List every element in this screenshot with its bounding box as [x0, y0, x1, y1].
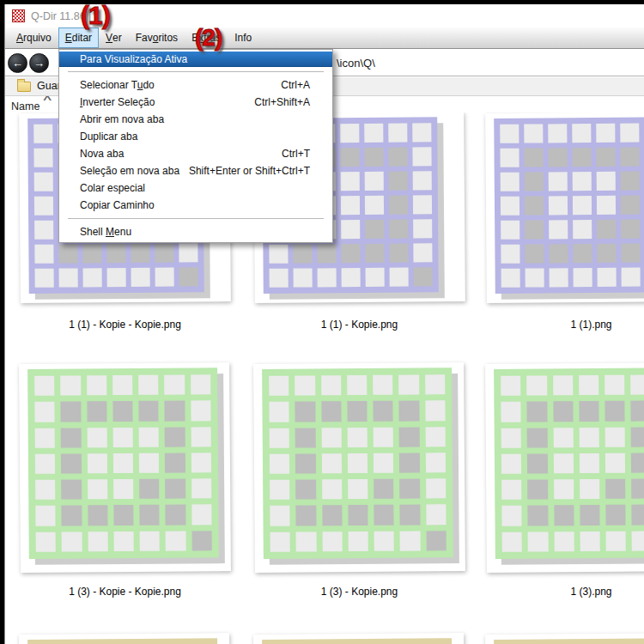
grid-cell [605, 375, 624, 395]
sort-ascending-icon[interactable]: ^ [43, 94, 52, 105]
grid-cell [528, 532, 548, 551]
grid-cell [138, 375, 158, 395]
menu-separator [68, 71, 324, 72]
grid-cell [527, 453, 547, 473]
file-thumbnail[interactable] [485, 633, 644, 644]
grid-cell [374, 531, 394, 550]
menu-item-colar-especial[interactable]: Colar especial [59, 179, 332, 197]
folder-icon [17, 82, 31, 92]
menu-item-label: Copiar Caminho [80, 199, 155, 211]
grid-cell [621, 220, 640, 239]
grid-cell [341, 196, 360, 215]
grid-cell [270, 269, 289, 288]
grid-cell [573, 172, 592, 191]
grid-cell [112, 427, 132, 447]
address-bar[interactable]: \icon\Q\ [337, 50, 375, 76]
grid-cell [191, 453, 211, 472]
menu-item-shell-menu[interactable]: Shell Menu [59, 223, 332, 240]
q-icon-image [494, 117, 644, 294]
file-label[interactable]: 1 (3).png [486, 586, 644, 598]
file-label[interactable]: 1 (3) - Kopie - Kopie.png [20, 586, 230, 598]
grid-cell [524, 124, 543, 143]
forward-button[interactable]: → [29, 53, 49, 73]
menu-item-inverter-sele-o[interactable]: Inverter SeleçãoCtrl+Shift+A [59, 94, 332, 111]
grid-cell [374, 401, 393, 421]
grid-cell [191, 400, 210, 420]
menu-item-selecionar-tudo[interactable]: Selecionar TudoCtrl+A [59, 76, 332, 94]
grid-cell [413, 243, 432, 262]
grid-cell [113, 532, 133, 551]
file-thumbnail[interactable] [253, 362, 465, 573]
menubar-item-arquivo[interactable]: Arquivo [9, 27, 58, 48]
grid-cell [525, 196, 544, 215]
grid-cell [61, 480, 81, 500]
edit-dropdown-menu: Para Visualização AtivaSelecionar TudoCt… [58, 49, 333, 243]
grid-cell [179, 267, 198, 286]
grid-cell [113, 479, 133, 499]
grid-cell [35, 428, 55, 447]
grid-cell [524, 148, 543, 167]
menu-item-label: Para Visualização Ativa [80, 53, 187, 65]
menubar-item-ver[interactable]: Ver [99, 27, 129, 48]
menu-item-nova-aba[interactable]: Nova abaCtrl+T [59, 145, 332, 162]
file-label[interactable]: 1 (1) - Kopie - Kopie.png [20, 319, 230, 331]
file-thumbnail[interactable] [19, 362, 231, 573]
grid-cell [501, 245, 519, 264]
folder-tab[interactable]: Guar [37, 80, 61, 92]
menu-item-abrir-em-nova-aba[interactable]: Abrir em nova aba [59, 111, 332, 128]
grid-cell [139, 427, 159, 447]
name-column-header[interactable]: Name [11, 100, 39, 112]
grid-cell [527, 480, 547, 500]
file-label[interactable]: 1 (3) - Kopie.png [254, 586, 465, 598]
grid-cell [605, 427, 625, 447]
menu-item-copiar-caminho[interactable]: Copiar Caminho [59, 197, 332, 214]
back-button[interactable]: ← [8, 53, 27, 73]
grid-cell [501, 402, 520, 422]
grid-cell [553, 375, 573, 395]
file-label[interactable]: 1 (1) - Kopie.png [254, 319, 465, 331]
file-thumbnail[interactable] [19, 633, 231, 644]
menubar-item-editar[interactable]: Editar [58, 27, 99, 48]
file-thumbnail[interactable] [485, 362, 644, 573]
grid-cell [295, 402, 315, 422]
grid-cell [269, 376, 289, 396]
grid-cell [35, 480, 55, 500]
menu-item-shortcut: Shift+Enter or Shift+Ctrl+T [189, 165, 310, 177]
grid-cell [62, 532, 82, 551]
grid-cell [400, 505, 420, 525]
menu-item-sele-o-em-nova-aba[interactable]: Seleção em nova abaShift+Enter or Shift+… [59, 162, 332, 179]
grid-cell [321, 401, 341, 421]
grid-cell [580, 453, 599, 473]
grid-cell [191, 531, 211, 550]
annotation-step-2: (2) [195, 24, 222, 52]
grid-cell [33, 125, 52, 143]
grid-cell [553, 453, 573, 473]
menu-item-para-visualiza-o-ativa[interactable]: Para Visualização Ativa [59, 52, 332, 67]
grid-cell [527, 402, 547, 422]
grid-cell [501, 376, 520, 396]
file-label[interactable]: 1 (1).png [486, 319, 644, 331]
grid-cell [62, 506, 82, 526]
grid-cell [390, 268, 409, 287]
menubar-item-favoritos[interactable]: Favoritos [129, 27, 185, 48]
grid-cell [295, 480, 315, 500]
menubar-item-info[interactable]: Info [228, 27, 258, 48]
grid-cell [605, 505, 625, 525]
forward-arrow-icon: → [33, 57, 45, 70]
grid-cell [632, 531, 644, 550]
grid-cell [139, 453, 159, 473]
grid-cell [155, 268, 174, 287]
file-thumbnail[interactable] [253, 633, 465, 644]
menu-item-duplicar-aba[interactable]: Duplicar aba [59, 128, 332, 145]
file-thumbnail[interactable] [485, 112, 644, 303]
grid-cell [318, 268, 337, 287]
grid-cell [573, 244, 592, 263]
back-arrow-icon: ← [12, 57, 23, 70]
grid-cell [622, 268, 641, 287]
grid-cell [425, 400, 445, 420]
grid-cell [112, 375, 132, 395]
grid-cell [426, 531, 446, 550]
grid-cell [296, 506, 316, 526]
grid-cell [596, 124, 615, 143]
grid-cell [270, 532, 290, 551]
